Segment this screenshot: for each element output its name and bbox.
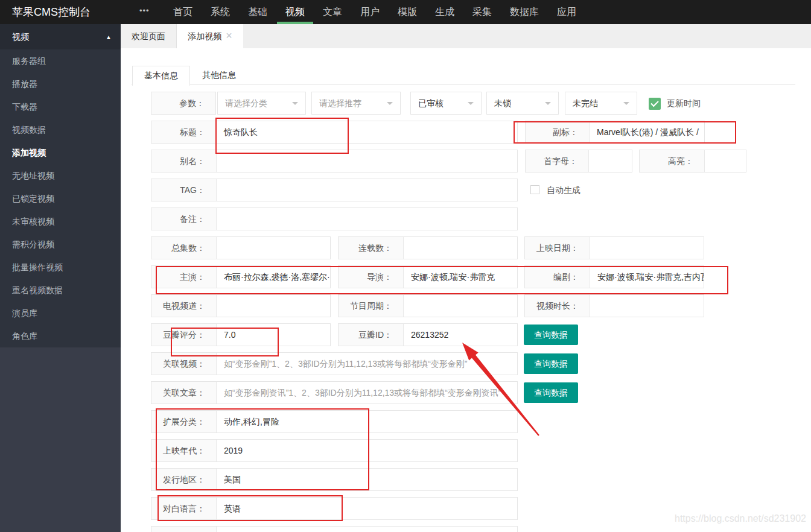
highlight-label: 高亮：	[640, 150, 705, 172]
auto-generate-checkbox[interactable]	[530, 185, 539, 194]
sidebar-item-4[interactable]: 视频数据	[0, 118, 121, 141]
channel-col3-label: 视频时长：	[525, 295, 590, 317]
menu-item-11[interactable]: 应用	[549, 0, 585, 24]
page-tab-label: 欢迎页面	[132, 31, 165, 41]
sidebar: 视频 ▲ 服务器组播放器下载器视频数据添加视频无地址视频已锁定视频未审核视频需积…	[0, 24, 121, 532]
watermark: https://blog.csdn.net/sd231902	[675, 513, 806, 524]
update-time-checkbox[interactable]	[649, 98, 661, 110]
select-value: 未锁	[494, 98, 511, 108]
highlight-input[interactable]	[705, 150, 746, 172]
partial-label	[151, 527, 217, 532]
auto-generate-label: 自动生成	[547, 179, 580, 201]
episodes-col3-input[interactable]	[590, 237, 704, 259]
tab-basic-info[interactable]: 基本信息	[132, 66, 190, 86]
initial-label: 首字母：	[526, 150, 589, 172]
menu-item-4[interactable]: 视频	[277, 0, 313, 24]
sidebar-menu: 服务器组播放器下载器视频数据添加视频无地址视频已锁定视频未审核视频需积分视频批量…	[0, 49, 121, 347]
page-tab-1[interactable]: 欢迎页面	[121, 24, 177, 48]
close-tab-icon[interactable]: ×	[226, 30, 232, 41]
chevron-down-icon	[545, 102, 551, 108]
menu-item-6[interactable]: 用户	[352, 0, 388, 24]
sidebar-item-7[interactable]: 已锁定视频	[0, 187, 121, 210]
sidebar-item-6[interactable]: 无地址视频	[0, 164, 121, 187]
sidebar-item-13[interactable]: 角色库	[0, 325, 121, 347]
sidebar-item-8[interactable]: 未审核视频	[0, 210, 121, 233]
sidebar-item-11[interactable]: 重名视频数据	[0, 279, 121, 302]
sidebar-item-10[interactable]: 批量操作视频	[0, 256, 121, 279]
annotation-box	[514, 121, 736, 144]
tab-other-info[interactable]: 其他信息	[190, 66, 248, 86]
page-tab-2[interactable]: 添加视频×	[177, 24, 243, 48]
menu-item-10[interactable]: 数据库	[501, 0, 547, 24]
select-value: 未完结	[573, 98, 598, 108]
menu-item-7[interactable]: 模版	[389, 0, 425, 24]
episodes-col2-label: 连载数：	[339, 237, 404, 259]
episodes-col1-input[interactable]	[217, 237, 330, 259]
rel_article-label: 关联文章：	[151, 382, 217, 404]
partial-field	[151, 526, 518, 532]
douban-col2-label: 豆瓣ID：	[339, 324, 404, 346]
episodes-col1-label: 总集数：	[151, 237, 217, 259]
top-navbar: 苹果CMS控制台 ••• 首页系统基础视频文章用户模版生成采集数据库应用	[0, 0, 811, 24]
annotation-arrow	[447, 332, 549, 443]
select-5[interactable]: 未完结	[565, 92, 637, 115]
chevron-down-icon	[468, 102, 474, 108]
initial-input[interactable]	[589, 150, 632, 172]
annotation-box	[171, 328, 279, 356]
menu-item-9[interactable]: 采集	[464, 0, 500, 24]
annotation-box	[215, 118, 349, 154]
episodes-col3-label: 上映日期：	[525, 237, 590, 259]
tab-bar: 欢迎页面添加视频×	[121, 24, 811, 48]
sidebar-item-2[interactable]: 播放器	[0, 72, 121, 95]
params-label: 参数：	[151, 92, 216, 115]
menu-item-1[interactable]: 首页	[165, 0, 201, 24]
select-value: 请选择推荐	[319, 98, 361, 108]
title-label: 标题：	[151, 121, 217, 143]
episodes-col3-field: 上映日期：	[524, 236, 704, 259]
annotation-box	[157, 495, 343, 521]
sidebar-section-label: 视频	[12, 32, 29, 42]
channel-col1-field: 电视频道：	[151, 294, 331, 317]
channel-col2-field: 节目周期：	[338, 294, 518, 317]
sidebar-item-5[interactable]: 添加视频	[0, 141, 121, 164]
more-icon[interactable]: •••	[139, 0, 150, 22]
remark-label: 备注：	[151, 208, 217, 230]
sidebar-item-3[interactable]: 下载器	[0, 95, 121, 118]
episodes-col1-field: 总集数：	[151, 236, 331, 259]
tag-input[interactable]	[217, 179, 517, 201]
remark-input[interactable]	[217, 208, 517, 230]
sidebar-section-video[interactable]: 视频 ▲	[0, 24, 121, 49]
initial-field: 首字母：	[525, 150, 632, 173]
sidebar-item-1[interactable]: 服务器组	[0, 49, 121, 72]
select-2[interactable]: 请选择推荐	[311, 92, 401, 115]
select-value: 已审核	[418, 98, 444, 108]
menu-item-3[interactable]: 基础	[240, 0, 276, 24]
channel-col3-input[interactable]	[590, 295, 704, 317]
chevron-down-icon	[292, 102, 298, 108]
partial-input[interactable]	[217, 527, 517, 532]
tag-label: TAG：	[151, 179, 217, 201]
update-time-label: 更新时间	[667, 92, 701, 115]
highlight-field: 高亮：	[639, 150, 746, 173]
select-4[interactable]: 未锁	[486, 92, 559, 115]
menu-item-8[interactable]: 生成	[427, 0, 463, 24]
sidebar-item-9[interactable]: 需积分视频	[0, 233, 121, 256]
channel-col1-input[interactable]	[217, 295, 330, 317]
app-title: 苹果CMS控制台	[12, 0, 91, 24]
select-1[interactable]: 请选择分类	[217, 92, 306, 115]
channel-col2-input[interactable]	[404, 295, 517, 317]
remark-field: 备注：	[151, 207, 518, 230]
chevron-down-icon	[623, 102, 629, 108]
chevron-down-icon	[387, 102, 393, 108]
menu-item-5[interactable]: 文章	[314, 0, 351, 24]
channel-col2-label: 节目周期：	[339, 295, 404, 317]
select-3[interactable]: 已审核	[410, 92, 482, 115]
annotation-box	[156, 408, 369, 490]
annotation-box	[156, 266, 728, 294]
sidebar-item-12[interactable]: 演员库	[0, 302, 121, 325]
select-value: 请选择分类	[225, 98, 267, 108]
episodes-col2-input[interactable]	[404, 237, 517, 259]
page-tab-label: 添加视频	[188, 24, 221, 48]
menu-item-2[interactable]: 系统	[202, 0, 238, 24]
main-menu: 首页系统基础视频文章用户模版生成采集数据库应用	[165, 0, 586, 24]
